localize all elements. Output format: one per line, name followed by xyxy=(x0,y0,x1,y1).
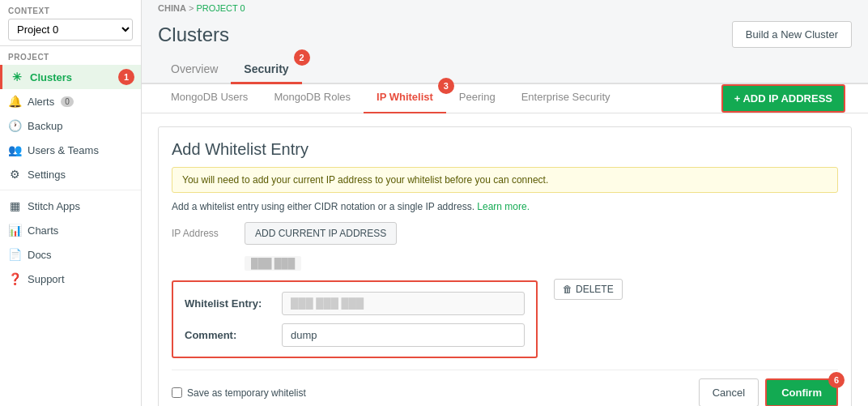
breadcrumb: CHINA > PROJECT 0 xyxy=(142,0,868,16)
step-badge-6: 6 xyxy=(828,372,845,388)
cancel-button[interactable]: Cancel xyxy=(699,378,759,406)
sidebar-item-label: Clusters xyxy=(30,71,72,83)
breadcrumb-project: PROJECT 0 xyxy=(196,3,245,13)
whitelist-entry-row: Whitelist Entry: xyxy=(185,292,525,315)
whitelist-panel: Add Whitelist Entry You will need to add… xyxy=(158,126,852,406)
content-inner: Add Whitelist Entry You will need to add… xyxy=(142,113,868,406)
page-header: Clusters Build a New Cluster xyxy=(142,16,868,56)
whitelist-entry-input[interactable] xyxy=(282,292,525,315)
build-cluster-button[interactable]: Build a New Cluster xyxy=(732,21,852,48)
primary-tabs: Overview Security 2 xyxy=(142,56,868,84)
form-bottom-row: Save as temporary whitelist Cancel Confi… xyxy=(172,370,838,406)
sidebar-item-support[interactable]: ❓ Support xyxy=(0,267,141,291)
sidebar-item-docs[interactable]: 📄 Docs xyxy=(0,242,141,267)
step-badge-1: 1 xyxy=(118,69,134,85)
add-ip-btn-area: + ADD IP ADDRESS xyxy=(623,84,853,113)
action-buttons: Cancel Confirm 6 xyxy=(699,378,838,406)
breadcrumb-org: CHINA xyxy=(158,3,186,13)
whitelist-form-box: Whitelist Entry: Comment: xyxy=(172,280,538,358)
context-label: CONTEXT xyxy=(8,6,133,15)
delete-icon: 🗑 xyxy=(563,284,572,295)
project-label: PROJECT xyxy=(0,46,141,65)
info-banner: You will need to add your current IP add… xyxy=(172,167,838,193)
confirm-button[interactable]: Confirm 6 xyxy=(765,378,838,406)
ip-value-row: ███ ███ xyxy=(172,256,538,271)
content-area: Add Whitelist Entry You will need to add… xyxy=(142,113,868,406)
add-current-ip-button[interactable]: ADD CURRENT IP ADDRESS xyxy=(245,222,397,245)
info-banner-text: You will need to add your current IP add… xyxy=(182,174,548,186)
sidebar-item-label: Charts xyxy=(28,224,58,237)
sidebar-item-label: Backup xyxy=(28,120,62,132)
stitch-apps-icon: ▦ xyxy=(8,199,21,212)
alerts-badge: 0 xyxy=(61,96,74,107)
breadcrumb-sep: > xyxy=(186,3,197,13)
tab-mongodb-users[interactable]: MongoDB Users xyxy=(158,84,261,113)
tab-enterprise-security[interactable]: Enterprise Security xyxy=(508,84,623,113)
docs-icon: 📄 xyxy=(8,248,21,261)
sidebar-item-label: Support xyxy=(28,273,65,285)
comment-input[interactable] xyxy=(282,323,525,347)
ip-address-label: IP Address xyxy=(172,228,236,239)
comment-row: Comment: xyxy=(185,323,525,347)
main-content: CHINA > PROJECT 0 Clusters Build a New C… xyxy=(142,0,868,406)
whitelist-title: Add Whitelist Entry xyxy=(172,140,838,159)
secondary-tabs: MongoDB Users MongoDB Roles IP Whitelist… xyxy=(142,84,868,113)
comment-label: Comment: xyxy=(185,329,274,341)
support-icon: ❓ xyxy=(8,272,21,285)
tab-security[interactable]: Security 2 xyxy=(231,56,301,84)
charts-icon: 📊 xyxy=(8,224,21,237)
save-temp-label[interactable]: Save as temporary whitelist xyxy=(172,387,306,399)
sidebar-item-label: Stitch Apps xyxy=(28,200,80,212)
save-temp-checkbox[interactable] xyxy=(172,387,182,398)
sidebar-item-clusters[interactable]: ✳ Clusters 1 xyxy=(0,65,141,89)
sidebar-divider xyxy=(0,190,141,190)
sidebar-item-label: Users & Teams xyxy=(28,144,99,156)
sidebar-item-backup[interactable]: 🕐 Backup xyxy=(0,113,141,138)
sidebar: CONTEXT Project 0 PROJECT ✳ Clusters 1 🔔… xyxy=(0,0,142,406)
tab-overview[interactable]: Overview xyxy=(158,56,231,84)
sidebar-item-alerts[interactable]: 🔔 Alerts 0 xyxy=(0,89,141,113)
settings-icon: ⚙ xyxy=(8,168,21,181)
add-ip-address-button[interactable]: + ADD IP ADDRESS xyxy=(721,84,845,113)
tab-ip-whitelist[interactable]: IP Whitelist 3 xyxy=(364,84,446,113)
sidebar-item-stitch-apps[interactable]: ▦ Stitch Apps xyxy=(0,194,141,218)
tab-peering[interactable]: Peering xyxy=(446,84,508,113)
whitelist-desc: Add a whitelist entry using either CIDR … xyxy=(172,201,838,212)
tab-mongodb-roles[interactable]: MongoDB Roles xyxy=(261,84,364,113)
sidebar-context: CONTEXT Project 0 xyxy=(0,0,141,46)
sidebar-item-label: Docs xyxy=(28,249,52,261)
ip-address-row: IP Address ADD CURRENT IP ADDRESS xyxy=(172,222,538,245)
clusters-icon: ✳ xyxy=(11,71,23,83)
step-badge-3: 3 xyxy=(438,78,454,94)
step-badge-2: 2 xyxy=(294,49,310,66)
context-select[interactable]: Project 0 xyxy=(8,19,133,41)
backup-icon: 🕐 xyxy=(8,119,21,132)
alerts-icon: 🔔 xyxy=(8,95,21,108)
sidebar-item-label: Alerts xyxy=(28,96,54,108)
sidebar-item-charts[interactable]: 📊 Charts xyxy=(0,218,141,242)
sidebar-item-settings[interactable]: ⚙ Settings xyxy=(0,162,141,186)
page-title: Clusters xyxy=(158,24,229,46)
delete-area: 🗑 DELETE xyxy=(554,222,623,300)
whitelist-entry-label: Whitelist Entry: xyxy=(185,297,274,310)
learn-more-link[interactable]: Learn more. xyxy=(477,201,530,212)
whitelist-left: IP Address ADD CURRENT IP ADDRESS ███ ██… xyxy=(172,222,538,370)
sidebar-item-label: Settings xyxy=(28,169,66,181)
users-teams-icon: 👥 xyxy=(8,143,21,156)
sidebar-item-users-teams[interactable]: 👥 Users & Teams xyxy=(0,138,141,162)
whitelist-main-row: IP Address ADD CURRENT IP ADDRESS ███ ██… xyxy=(172,222,838,370)
ip-value: ███ ███ xyxy=(245,256,301,271)
delete-button[interactable]: 🗑 DELETE xyxy=(554,279,623,300)
